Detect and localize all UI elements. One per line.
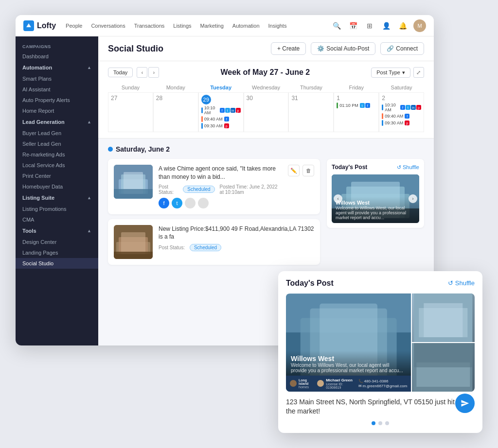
cal-event-sat-2[interactable]: 09:40 AM f	[382, 113, 421, 119]
sidebar-item-remarketing[interactable]: Re-marketing Ads	[16, 149, 98, 160]
tp-header: Today's Post ↺ Shuffle	[332, 164, 419, 171]
dot-2[interactable]	[378, 421, 382, 425]
sidebar-item-seller-lead-gen[interactable]: Seller Lead Gen	[16, 138, 98, 149]
sidebar-item-auto-property-alerts[interactable]: Auto Property Alerts	[16, 95, 98, 105]
sidebar-item-local-service-ads[interactable]: Local Service Ads	[16, 160, 98, 171]
sidebar-item-design-center[interactable]: Design Center	[16, 237, 98, 247]
posts-list: A wise Chime agent once said, "It takes …	[108, 159, 320, 265]
svg-rect-9	[114, 252, 153, 259]
tp-property-desc: Welcome to Willows West, our local agent…	[336, 206, 415, 220]
post-card-2: New Listing Price:$411,900 49 F Road,Ale…	[108, 219, 320, 265]
posts-date-label: Saturday, June 2	[116, 145, 170, 153]
grid-icon[interactable]: ⊞	[364, 20, 375, 32]
edit-button-1[interactable]: ✏️	[288, 165, 300, 176]
cal-cell-saturday[interactable]: 2 10:10 AM f t in p	[379, 92, 424, 132]
sidebar-group-listing-suite[interactable]: Listing Suite ▲	[16, 192, 98, 204]
posted-time-1: Posted Time: June 2, 2022 at 10:10am	[220, 184, 282, 195]
sidebar-item-buyer-lead-gen[interactable]: Buyer Lead Gen	[16, 128, 98, 138]
cal-date-1: 1	[337, 95, 376, 102]
event-bar-blue	[382, 120, 383, 126]
logo-area: Lofty	[23, 20, 56, 31]
cal-cell-sunday[interactable]: 27	[108, 92, 153, 132]
cal-event-sat-3[interactable]: 09:30 AM p	[382, 120, 421, 126]
send-button[interactable]	[455, 394, 475, 413]
li-icon: in	[411, 105, 416, 110]
event-bar-green	[337, 103, 338, 108]
event-bar-blue	[382, 104, 383, 110]
cal-cell-thursday[interactable]: 31	[288, 92, 334, 132]
sidebar-group-automation[interactable]: Automation ▲	[16, 62, 98, 73]
cal-cell-tuesday[interactable]: 29 10:10 AM f t in p	[198, 92, 244, 132]
dot-3[interactable]	[385, 421, 389, 425]
search-icon[interactable]: 🔍	[331, 20, 342, 32]
cal-cell-monday[interactable]: 28	[153, 92, 198, 132]
sidebar-item-ai-assistant[interactable]: AI Assistant	[16, 84, 98, 95]
link-icon: 🔗	[387, 45, 394, 52]
twitter-icon[interactable]: t	[172, 198, 182, 208]
sidebar-item-listing-promotions[interactable]: Listing Promotions	[16, 204, 98, 214]
post-text-2: New Listing Price:$411,900 49 F Road,Ale…	[159, 225, 314, 241]
day-header-thursday: Thursday	[288, 83, 334, 92]
cal-event-sat-1[interactable]: 10:10 AM f t in p	[382, 103, 421, 112]
nav-transactions[interactable]: Transactions	[134, 23, 165, 29]
nav-insights[interactable]: Insights	[268, 23, 287, 29]
bell-icon[interactable]: 🔔	[397, 20, 409, 32]
cal-event-2[interactable]: 09:40 AM f	[201, 116, 241, 122]
post-type-dropdown[interactable]: Post Type ▾	[371, 68, 410, 78]
cal-event-3[interactable]: 09:30 AM p	[201, 123, 241, 129]
next-week-button[interactable]: ›	[148, 67, 159, 78]
tpc-property-desc: Welcome to Willows West, our local agent…	[291, 362, 406, 373]
sidebar-group-tools[interactable]: Tools ▲	[16, 225, 98, 237]
nav-listings[interactable]: Listings	[173, 23, 191, 29]
expand-button[interactable]: ⤢	[413, 67, 424, 78]
sidebar-item-home-report[interactable]: Home Report	[16, 105, 98, 116]
fb-icon: f	[220, 108, 225, 113]
prev-week-button[interactable]: ‹	[137, 67, 147, 78]
sidebar-item-dashboard[interactable]: Dashboard	[16, 51, 98, 62]
sidebar-item-social-studio[interactable]: Social Studio	[16, 258, 98, 269]
sidebar-item-cma[interactable]: CMA	[16, 214, 98, 225]
li-icon: in	[231, 108, 235, 113]
tp-image: Willows West Welcome to Willows West, ou…	[332, 174, 419, 223]
nav-conversations[interactable]: Conversations	[91, 23, 125, 29]
sidebar-item-smart-plans[interactable]: Smart Plans	[16, 73, 98, 84]
event-bar-blue	[201, 123, 203, 129]
social-auto-post-button[interactable]: ⚙️ Social Auto-Post	[311, 42, 375, 55]
cal-event-fri-1[interactable]: 01:10 PM t f	[337, 103, 376, 108]
connect-button[interactable]: 🔗 Connect	[380, 42, 424, 55]
nav-automation[interactable]: Automation	[232, 23, 260, 29]
today-button[interactable]: Today	[108, 68, 133, 77]
todays-post-panel: Today's Post ↺ Shuffle	[327, 159, 424, 228]
avatar[interactable]: M	[413, 19, 426, 32]
create-button[interactable]: + Create	[271, 42, 306, 55]
facebook-icon[interactable]: f	[159, 198, 169, 208]
nav-people[interactable]: People	[66, 23, 82, 29]
sidebar-item-landing-pages[interactable]: Landing Pages	[16, 247, 98, 258]
post-info-2: New Listing Price:$411,900 49 F Road,Ale…	[159, 225, 314, 259]
pi-icon: p	[405, 121, 409, 125]
sidebar-item-homebuyer-data[interactable]: Homebuyer Data	[16, 181, 98, 192]
ghost-icon-2[interactable]	[198, 198, 209, 208]
delete-button-1[interactable]: 🗑	[302, 165, 314, 176]
tp-prev-button[interactable]: ‹	[334, 194, 342, 203]
cal-cell-friday[interactable]: 1 01:10 PM t f	[334, 92, 379, 132]
tp-title: Today's Post	[332, 164, 367, 171]
tp-next-button[interactable]: ›	[409, 194, 417, 203]
tpc-shuffle-button[interactable]: ↺ Shuffle	[448, 279, 475, 287]
cal-event-1[interactable]: 10:10 AM f t in p	[201, 105, 241, 115]
nav-marketing[interactable]: Marketing	[200, 23, 224, 29]
dot-1[interactable]	[372, 421, 375, 425]
tp-shuffle-button[interactable]: ↺ Shuffle	[397, 164, 419, 171]
tpc-dots	[286, 421, 475, 425]
sidebar-item-print-center[interactable]: Print Center	[16, 171, 98, 181]
cal-date-28: 28	[156, 95, 196, 102]
calendar-icon[interactable]: 📅	[347, 20, 359, 32]
fb-icon: f	[405, 114, 409, 119]
ghost-icon-1[interactable]	[185, 198, 196, 208]
shuffle-icon: ↺	[397, 164, 401, 171]
sidebar-group-lead-gen[interactable]: Lead Generation ▲	[16, 116, 98, 128]
post-info-1: A wise Chime agent once said, "It takes …	[159, 165, 282, 208]
cal-cell-wednesday[interactable]: 30	[244, 92, 289, 132]
tpc-header: Today's Post ↺ Shuffle	[286, 279, 475, 288]
user-icon[interactable]: 👤	[380, 20, 392, 32]
